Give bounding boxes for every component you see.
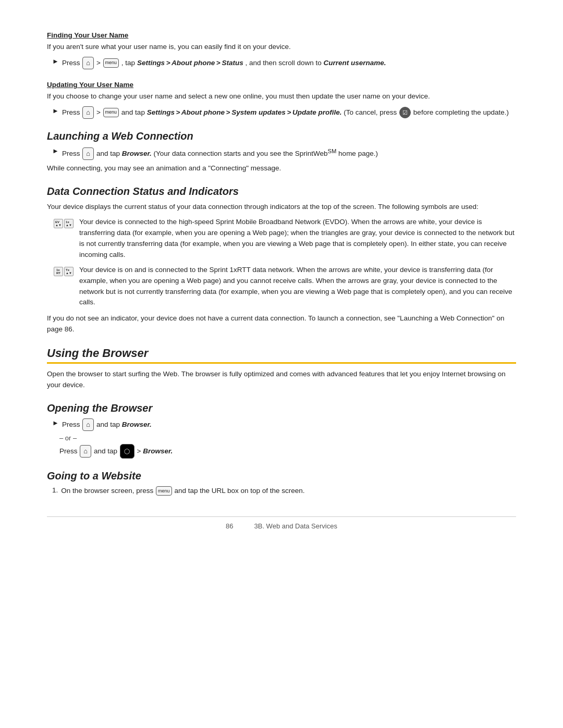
opening-browser-step1-content: Press ⌂ and tap Browser. [62,418,152,431]
browser-label2: Browser. [122,421,152,428]
or-separator: – or – [59,434,516,442]
data-connection-intro: Your device displays the current status … [47,202,516,213]
browser-label3: Browser. [143,447,173,455]
bullet-arrow-icon2: ► [52,107,59,115]
menu-key-button3[interactable]: menu [156,486,172,496]
using-browser-title: Using the Browser [47,347,516,364]
opening-browser-step1: ► Press ⌂ and tap Browser. [52,418,516,431]
home-key-button[interactable]: ⌂ [82,57,94,69]
opening-browser-step2-content: Press ⌂ and tap ◯ > Browser. [59,444,173,459]
menu-key-button2[interactable]: menu [103,108,119,117]
evdo-icon2: 1x▲▼ [64,219,74,228]
page-footer: 86 3B. Web and Data Services [47,516,516,530]
launching-web-note: While connecting, you may see an animati… [47,163,516,174]
1xrtt-icon1: 1xRT [54,267,63,276]
going-website-step1: 1. On the browser screen, press menu and… [52,486,516,496]
press-label3: Press [62,150,80,157]
data-connection-title: Data Connection Status and Indicators [47,186,516,198]
using-browser-intro: Open the browser to start surfing the We… [47,369,516,391]
evdo-icon1: EV▲▼ [54,219,63,228]
bullet-arrow-icon: ► [52,57,59,65]
data-connection-section: Data Connection Status and Indicators Yo… [47,186,516,335]
press-label: Press [62,59,80,67]
launching-web-step-content: Press ⌂ and tap Browser. (Your data conn… [62,146,378,160]
finding-username-title: Finding Your User Name [47,31,516,39]
launching-web-title: Launching a Web Connection [47,130,516,142]
updating-username-section: Updating Your User Name If you choose to… [47,81,516,119]
current-username-label: Current username. [324,59,386,67]
updating-username-step: ► Press ⌂ > menu and tap Settings > Abou… [52,106,516,119]
section-label: 3B. Web and Data Services [254,522,337,530]
updating-username-intro: If you choose to change your user name a… [47,91,516,102]
apps-key-button[interactable]: ◯ [120,444,134,459]
finding-username-intro: If you aren't sure what your user name i… [47,42,516,53]
data-indicator-item1: EV▲▼ 1x▲▼ Your device is connected to th… [52,217,516,261]
data-indicator-item2: 1xRT Tx▲▼ Your device is on and is conne… [52,265,516,309]
press-label2: Press [62,108,80,116]
home-key-button4[interactable]: ⌂ [82,418,94,431]
using-browser-section: Using the Browser Open the browser to st… [47,347,516,391]
gt-symbol: > [96,59,103,67]
launching-web-section: Launching a Web Connection ► Press ⌂ and… [47,130,516,174]
opening-browser-section: Opening the Browser ► Press ⌂ and tap Br… [47,402,516,459]
evdo-icon-pair: EV▲▼ 1x▲▼ [52,218,75,229]
finding-username-section: Finding Your User Name If you aren't sur… [47,31,516,69]
1xrtt-icon2: Tx▲▼ [64,267,74,276]
browser-label: Browser. [122,150,152,157]
bullet-arrow-icon4: ► [52,419,59,427]
going-website-title: Going to a Website [47,470,516,482]
data-connection-footer: If you do not see an indicator, your dev… [47,313,516,335]
finding-username-step: ► Press ⌂ > menu , tap Settings > About … [52,57,516,69]
updating-username-step-content: Press ⌂ > menu and tap Settings > About … [62,106,509,119]
step-number: 1. [52,486,58,496]
finding-username-step-content: Press ⌂ > menu , tap Settings > About ph… [62,57,386,69]
data-indicator-text1: Your device is connected to the high-spe… [79,217,516,261]
home-key-button2[interactable]: ⌂ [82,106,94,119]
data-indicator-text2: Your device is on and is connected to th… [79,265,516,309]
press-label5: Press [59,447,78,455]
opening-browser-title: Opening the Browser [47,402,516,414]
opening-browser-step2: Press ⌂ and tap ◯ > Browser. [59,444,516,459]
going-website-section: Going to a Website 1. On the browser scr… [47,470,516,496]
1xrtt-icon-pair: 1xRT Tx▲▼ [52,266,75,277]
updating-username-title: Updating Your User Name [47,81,516,89]
home-key-button3[interactable]: ⌂ [82,147,94,160]
bullet-arrow-icon3: ► [52,147,59,155]
home-key-button5[interactable]: ⌂ [80,445,91,458]
page-number: 86 [226,522,233,530]
menu-key-button[interactable]: menu [103,58,119,68]
update-path: Settings > About phone > System updates … [147,108,342,116]
settings-path: Settings > About phone > Status [137,59,243,67]
going-website-step1-content: On the browser screen, press menu and ta… [61,486,304,496]
press-label4: Press [62,421,80,428]
launching-web-step: ► Press ⌂ and tap Browser. (Your data co… [52,146,516,160]
end-key-button[interactable]: ☑ [399,107,411,118]
